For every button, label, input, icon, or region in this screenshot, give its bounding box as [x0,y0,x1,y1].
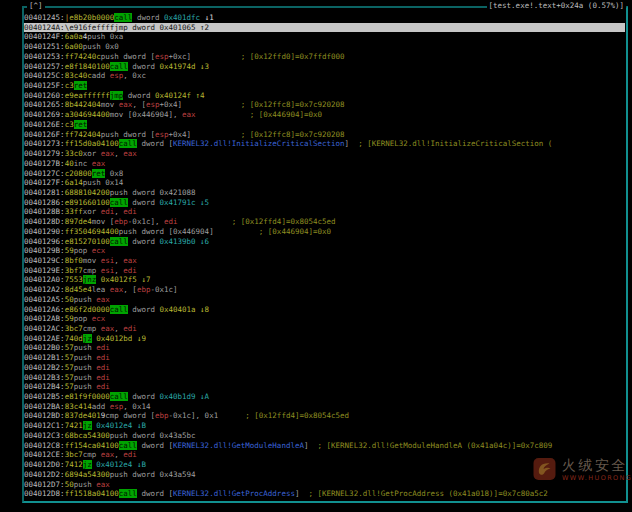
window-title: [test.exe!.text+0x24a (0.57%)] [487,1,626,11]
listing-row[interactable]: 004012A6:e86f2d0000call dword 0x40401a ↓… [24,305,625,315]
row-address: 00401279: [24,149,65,158]
row-bytes: e81f9f0000 [65,392,110,401]
row-instruction: push dword 0x43a594 [110,470,196,479]
listing-row[interactable]: 00401286:e891660100call dword 0x41791c ↓… [24,198,625,208]
listing-row[interactable]: 004012C1:7421jz 0x4012e4 ↓B [24,421,625,431]
listing-row[interactable]: 0040129B:59pop ecx [24,246,625,256]
row-bytes: 6a14 [65,178,83,187]
listing-row[interactable]: 0040124F:6a0a4push 0xa [24,32,625,42]
row-address: 004012C8: [24,441,65,450]
listing-row[interactable]: 00401265:8b442404mov eax, [esp+0x4] ; [0… [24,100,625,110]
listing-row[interactable]: 0040129E:3bf7cmp esi, edi [24,266,625,276]
row-instruction: cmp esi, edi [83,266,137,275]
row-instruction: push 0xa [87,32,123,41]
listing-row[interactable]: 004012B4:57push edi [24,382,625,392]
listing-row[interactable]: 004012A5:50push eax [24,295,625,305]
listing-row[interactable]: 00401279:33c0xor eax, eax [24,149,625,159]
row-bytes: 6a0a [65,32,83,41]
listing-row[interactable]: 0040128D:897de4mov [ebp-0x1c], edi ; [0x… [24,217,625,227]
listing-row[interactable]: 004012B0:57push edi [24,343,625,353]
listing-row[interactable]: 00401269:a304694400mov [0x446904], eax ;… [24,110,625,120]
row-instruction: jmp dword 0x40124f ↑4 [110,91,205,100]
listing-row[interactable]: 004012D8:ff1518a04100call dword [KERNEL3… [24,489,625,499]
scroll-indicator[interactable]: [^] [27,1,45,11]
listing-row[interactable]: 0040125C:83c40cadd esp, 0xc [24,71,625,81]
listing-row[interactable]: 004012AC:3bc7cmp eax, edi [24,324,625,334]
row-bytes: 83c40c [65,71,92,80]
row-address: 004012CE: [24,450,65,459]
row-address: 004012C3: [24,431,65,440]
listing-row[interactable]: 0040128B:33ffxor edi, edi [24,207,625,217]
listing-row[interactable]: 004012C3:68bca54300push dword 0x43a5bc [24,431,625,441]
row-instruction: add esp, 0xc [92,71,146,80]
row-bytes: 740d [65,334,83,343]
listing-row[interactable]: 004012B5:e81f9f0000call dword 0x40b1d9 ↓… [24,392,625,402]
row-bytes: 57 [65,373,74,382]
row-bytes: e9eaffffff [65,91,110,100]
row-comment: ; [0x446904]=0x0 [214,227,331,236]
listing-row[interactable]: 004012C8:ff154ca04100call dword [KERNEL3… [24,441,625,451]
listing-row[interactable]: 0040127F:6a14push 0x14 [24,178,625,188]
row-comment: ; [0x12ffc8]=0x7c920208 [182,100,345,109]
row-address: 0040127F: [24,178,65,187]
row-address: 004012B2: [24,363,65,372]
huorong-shield-logo-icon [533,457,556,485]
listing-row[interactable]: 004012BD:837de4019cmp dword [ebp-0x1c], … [24,411,625,421]
row-address: 004012B0: [24,343,65,352]
listing-row[interactable]: 00401281:6888104200push dword 0x421088 [24,188,625,198]
row-instruction: mov [0x446904], eax ; [0x446904]=0x0 [110,110,322,119]
listing-row[interactable]: 004012B3:57push edi [24,373,625,383]
listing-row[interactable]: 0040126E:c3ret [24,120,625,130]
row-address: 0040127C: [24,169,65,178]
row-bytes: c20800 [65,169,92,178]
listing-row[interactable]: 00401253:ff74240cpush dword [esp+0xc] ; … [24,52,625,62]
row-bytes: 33ff [65,207,83,216]
row-instruction: push dword [0x446904] ; [0x446904]=0x0 [119,227,331,236]
row-bytes: 50 [65,295,74,304]
row-address: 00401290: [24,227,65,236]
listing-row[interactable]: 004012B1:57push edi [24,353,625,363]
watermark-brand-text: 火绒安全 [562,457,632,474]
listing-row[interactable]: 004012A2:8d45e4lea eax, [ebp-0x1c] [24,285,625,295]
row-bytes: 6a00 [65,42,83,51]
row-comment: ; [KERNEL32.dll!InitializeCriticalSectio… [349,139,552,148]
listing-row[interactable]: 004012BA:83c414add esp, 0x14 [24,402,625,412]
listing-row[interactable]: 0040129C:8bf0mov esi, eax [24,256,625,266]
listing-row[interactable]: 004012AE:740djz 0x4012bd ↓9 [24,334,625,344]
listing-row[interactable]: 0040125F:c3ret [24,81,625,91]
row-instruction: lea eax, [ebp-0x1c] [92,285,178,294]
listing-row[interactable]: 004012A0:7553jnz 0x4012f5 ↓7 [24,275,625,285]
row-bytes: 68bca54300 [65,431,110,440]
row-address: 00401265: [24,100,65,109]
listing-row[interactable]: 00401273:ff15d0a04100call dword [KERNEL3… [24,139,625,149]
row-instruction: pop ecx [74,314,106,323]
row-instruction: mov [ebp-0x1c], edi ; [0x12ffd4]=0x8054c… [92,217,336,226]
row-address: 004012AB: [24,314,65,323]
row-instruction: call dword 0x40b1d9 ↓A [110,392,209,401]
listing-row[interactable]: 00401245:|e8b20b0000call dword 0x401dfc … [24,13,625,23]
listing-row[interactable]: 0040126F:ff742404push dword [esp+0x4] ; … [24,130,625,140]
row-instruction: push dword [esp+0xc] ; [0x12ffd0]=0x7ffd… [101,52,345,61]
row-address: 004012BD: [24,411,65,420]
listing-row[interactable]: 00401257:e8f1840100call dword 0x41974d ↓… [24,62,625,72]
row-bytes: 7553 [65,275,83,284]
listing-row[interactable]: 00401296:e815270100call dword 0x4139b0 ↓… [24,237,625,247]
row-bytes: 50 [65,480,74,489]
listing-row[interactable]: 0040127C:c20800ret 0x8 [24,169,625,179]
row-instruction: jmp dword 0x401065 ↑2 [114,23,209,32]
row-instruction: push edi [74,373,110,382]
row-instruction: ret [74,81,88,90]
listing-row[interactable]: 00401260:e9eaffffffjmp dword 0x40124f ↑4 [24,91,625,101]
listing-row[interactable]: 0040124A:\e916feffffjmp dword 0x401065 ↑… [24,23,625,33]
row-bytes: e8f1840100 [65,62,110,71]
row-instruction: jz 0x4012e4 ↓B [83,421,146,430]
row-instruction: push 0x14 [83,178,124,187]
listing-row[interactable]: 0040127B:40inc eax [24,159,625,169]
row-address: 004012D7: [24,480,65,489]
row-bytes: e891660100 [65,198,110,207]
row-comment: ; [KERNEL32.dll!GetModuleHandleA (0x41a0… [308,441,552,450]
listing-row[interactable]: 00401251:6a00push 0x0 [24,42,625,52]
listing-row[interactable]: 004012B2:57push edi [24,363,625,373]
listing-row[interactable]: 004012AB:59pop ecx [24,314,625,324]
listing-row[interactable]: 00401290:ff3504694400push dword [0x44690… [24,227,625,237]
